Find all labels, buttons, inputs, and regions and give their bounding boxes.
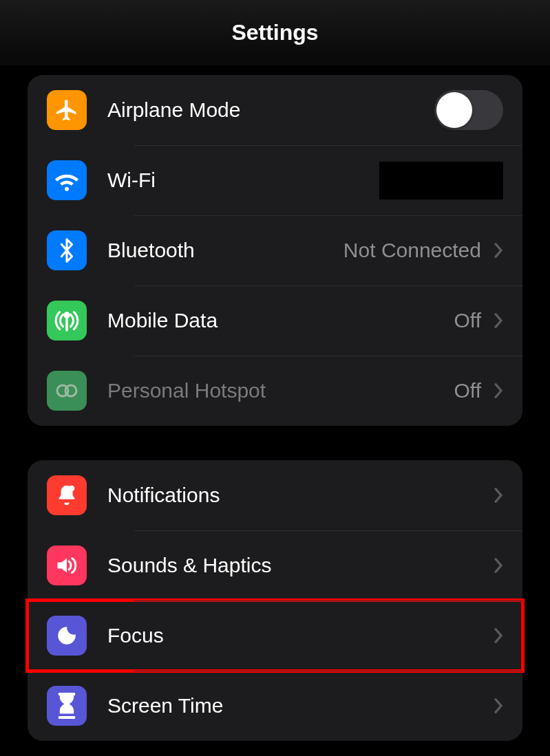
screen-time-icon: [47, 686, 87, 726]
sounds-label: Sounds & Haptics: [107, 554, 494, 577]
row-wifi[interactable]: Wi-Fi: [28, 145, 522, 215]
airplane-label: Airplane Mode: [107, 98, 434, 122]
row-bluetooth[interactable]: Bluetooth Not Connected: [28, 215, 522, 285]
svg-point-3: [65, 385, 76, 396]
mobile-data-label: Mobile Data: [107, 309, 454, 332]
chevron-right-icon: [494, 382, 503, 399]
chevron-right-icon: [494, 487, 503, 504]
wifi-icon: [47, 160, 87, 200]
mobile-data-value: Off: [454, 309, 481, 332]
chevron-right-icon: [494, 698, 503, 714]
row-notifications[interactable]: Notifications: [28, 460, 522, 530]
row-focus[interactable]: Focus: [28, 601, 522, 671]
chevron-right-icon: [494, 312, 503, 329]
bluetooth-icon: [47, 230, 87, 270]
airplane-toggle[interactable]: [434, 90, 503, 130]
svg-rect-6: [59, 716, 75, 719]
sounds-icon: [47, 546, 87, 585]
hotspot-value: Off: [454, 379, 481, 402]
row-sounds-haptics[interactable]: Sounds & Haptics: [28, 530, 522, 601]
focus-icon: [47, 616, 87, 656]
chevron-right-icon: [494, 627, 503, 644]
svg-rect-5: [59, 693, 75, 695]
screen-time-label: Screen Time: [107, 694, 494, 717]
mobile-data-icon: [47, 301, 87, 341]
hotspot-icon: [47, 371, 87, 411]
notifications-label: Notifications: [107, 484, 494, 507]
chevron-right-icon: [494, 242, 503, 259]
row-airplane-mode[interactable]: Airplane Mode: [28, 75, 522, 145]
row-personal-hotspot[interactable]: Personal Hotspot Off: [28, 356, 522, 426]
bluetooth-label: Bluetooth: [107, 239, 343, 262]
focus-label: Focus: [107, 624, 494, 647]
chevron-right-icon: [494, 557, 503, 574]
svg-point-4: [69, 486, 75, 492]
bluetooth-value: Not Connected: [343, 239, 481, 262]
notifications-icon: [47, 475, 87, 515]
row-mobile-data[interactable]: Mobile Data Off: [28, 285, 522, 356]
settings-group-connectivity: Airplane Mode Wi-Fi Bluetooth Not Connec…: [28, 75, 522, 426]
hotspot-label: Personal Hotspot: [107, 379, 454, 402]
page-title: Settings: [0, 0, 550, 65]
wifi-value-redacted: [379, 162, 503, 199]
row-screen-time[interactable]: Screen Time: [28, 671, 522, 741]
svg-point-0: [65, 313, 69, 317]
wifi-label: Wi-Fi: [107, 169, 379, 192]
airplane-icon: [47, 90, 87, 130]
settings-group-attention: Notifications Sounds & Haptics Focus Scr…: [28, 460, 522, 741]
